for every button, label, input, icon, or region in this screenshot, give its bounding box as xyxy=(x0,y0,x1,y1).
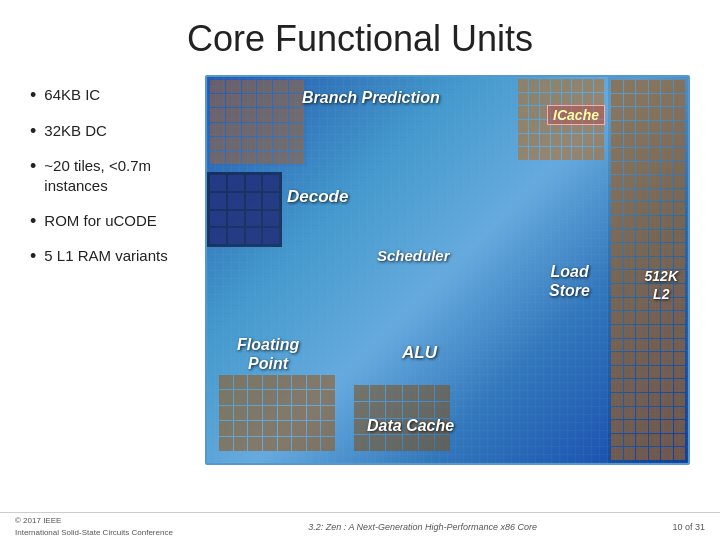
grid-cell xyxy=(611,352,623,365)
grid-cell xyxy=(661,407,673,420)
grid-cell xyxy=(636,379,648,392)
grid-cell xyxy=(219,406,233,420)
grid-cell xyxy=(636,162,648,175)
grid-cell xyxy=(257,80,272,93)
grid-cell xyxy=(551,147,561,160)
grid-cell xyxy=(278,390,292,404)
grid-cell xyxy=(354,435,369,451)
fp-grid xyxy=(217,373,337,453)
grid-cell xyxy=(529,134,539,147)
grid-cell xyxy=(321,406,335,420)
grid-cell xyxy=(435,402,450,418)
grid-cell xyxy=(226,80,241,93)
bullet-list: • 64KB IC • 32KB DC • ~20 tiles, <0.7m i… xyxy=(30,75,185,465)
grid-cell xyxy=(624,216,636,229)
grid-cell xyxy=(242,108,257,121)
grid-cell xyxy=(661,189,673,202)
grid-cell xyxy=(661,352,673,365)
grid-cell xyxy=(649,352,661,365)
grid-cell xyxy=(661,230,673,243)
grid-cell xyxy=(674,366,686,379)
grid-cell xyxy=(649,243,661,256)
bullet-text-2: 32KB DC xyxy=(44,121,107,141)
grid-cell xyxy=(674,121,686,134)
grid-cell xyxy=(624,230,636,243)
grid-cell xyxy=(611,420,623,433)
grid-cell xyxy=(661,80,673,93)
grid-cell xyxy=(636,216,648,229)
grid-cell xyxy=(611,80,623,93)
grid-cell xyxy=(354,402,369,418)
grid-cell xyxy=(674,434,686,447)
grid-cell xyxy=(210,175,226,191)
grid-cell xyxy=(624,407,636,420)
grid-cell xyxy=(674,352,686,365)
grid-cell xyxy=(674,230,686,243)
grid-cell xyxy=(611,339,623,352)
grid-cell xyxy=(636,107,648,120)
grid-cell xyxy=(649,407,661,420)
floating-point-label: FloatingPoint xyxy=(237,335,299,373)
list-item: • ~20 tiles, <0.7m instances xyxy=(30,156,185,197)
grid-cell xyxy=(624,420,636,433)
grid-cell xyxy=(529,120,539,133)
grid-cell xyxy=(562,134,572,147)
grid-cell xyxy=(263,375,277,389)
grid-cell xyxy=(624,284,636,297)
grid-cell xyxy=(386,435,401,451)
grid-cell xyxy=(273,108,288,121)
grid-cell xyxy=(624,393,636,406)
grid-cell xyxy=(583,134,593,147)
grid-cell xyxy=(661,134,673,147)
grid-cell xyxy=(624,447,636,460)
grid-cell xyxy=(370,385,385,401)
grid-cell xyxy=(226,94,241,107)
grid-cell xyxy=(210,193,226,209)
grid-cell xyxy=(242,80,257,93)
grid-cell xyxy=(611,434,623,447)
grid-cell xyxy=(661,339,673,352)
grid-cell xyxy=(529,147,539,160)
grid-cell xyxy=(583,79,593,92)
grid-cell xyxy=(572,134,582,147)
grid-cell xyxy=(246,211,262,227)
grid-cell xyxy=(278,406,292,420)
grid-cell xyxy=(435,435,450,451)
grid-cell xyxy=(611,121,623,134)
chip-diagram: Branch Prediction ICache Decode Schedule… xyxy=(205,75,690,465)
grid-cell xyxy=(228,175,244,191)
grid-cell xyxy=(210,211,226,227)
grid-cell xyxy=(273,80,288,93)
grid-cell xyxy=(354,385,369,401)
grid-cell xyxy=(292,421,306,435)
grid-cell xyxy=(649,121,661,134)
grid-cell xyxy=(611,230,623,243)
bullet-dot: • xyxy=(30,85,36,107)
grid-cell xyxy=(674,311,686,324)
bullet-text-4: ROM for uCODE xyxy=(44,211,157,231)
slide-title: Core Functional Units xyxy=(0,0,720,70)
grid-cell xyxy=(246,175,262,191)
grid-cell xyxy=(321,437,335,451)
footer-left: © 2017 IEEE International Solid-State Ci… xyxy=(15,515,173,537)
grid-cell xyxy=(219,390,233,404)
load-store-label: LoadStore xyxy=(549,262,590,300)
grid-cell xyxy=(611,284,623,297)
grid-cell xyxy=(674,107,686,120)
grid-cell xyxy=(419,385,434,401)
grid-cell xyxy=(649,311,661,324)
grid-cell xyxy=(248,406,262,420)
grid-cell xyxy=(649,162,661,175)
bullet-dot: • xyxy=(30,211,36,233)
grid-cell xyxy=(649,447,661,460)
grid-cell xyxy=(518,106,528,119)
grid-cell xyxy=(636,94,648,107)
grid-cell xyxy=(674,148,686,161)
grid-cell xyxy=(674,420,686,433)
list-item: • 5 L1 RAM variants xyxy=(30,246,185,268)
grid-cell xyxy=(624,298,636,311)
grid-cell xyxy=(419,435,434,451)
grid-cell xyxy=(649,434,661,447)
grid-cell xyxy=(234,406,248,420)
grid-cell xyxy=(321,421,335,435)
